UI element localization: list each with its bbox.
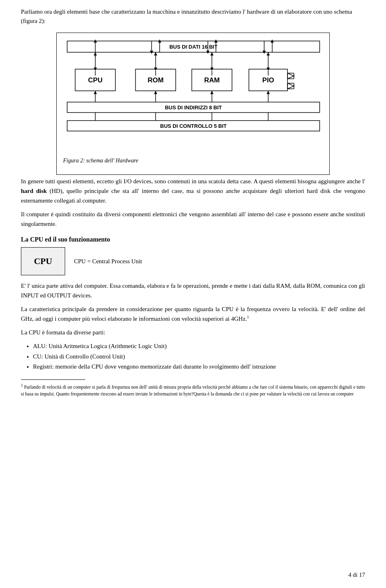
svg-text:PIO: PIO — [262, 76, 274, 84]
footnote-content: Parlando di velocità di un computer si p… — [21, 384, 365, 396]
svg-marker-53 — [210, 91, 214, 94]
svg-marker-31 — [267, 52, 270, 55]
svg-text:BUS DI DATI 16 BIT: BUS DI DATI 16 BIT — [169, 44, 218, 50]
list-item-alu: ALU: Unità Aritmetica Logica (Arithmetic… — [33, 341, 365, 352]
svg-marker-51 — [154, 91, 157, 94]
cpu-section-heading: La CPU ed il suo funzionamento — [21, 236, 365, 243]
svg-marker-27 — [210, 52, 214, 55]
intro-paragraph: Parliamo ora degli elementi base che car… — [21, 7, 365, 25]
footnote-text: 1 Parlando di velocità di un computer si… — [21, 382, 365, 397]
svg-text:RAM: RAM — [204, 76, 220, 84]
section2-text3: La CPU è formata da diverse parti: — [21, 328, 365, 337]
svg-marker-55 — [267, 91, 270, 94]
svg-marker-23 — [154, 52, 157, 55]
page-number: 4 di 17 — [348, 572, 365, 578]
diagram-container: BUS DI DATI 16 BIT CP — [21, 33, 365, 175]
svg-text:BUS DI INDIRIZZI 8 BIT: BUS DI INDIRIZZI 8 BIT — [165, 104, 222, 111]
footnote-divider — [21, 379, 85, 380]
cpu-callout-text: CPU = Central Process Unit — [74, 258, 142, 265]
svg-marker-40 — [287, 73, 294, 79]
hardware-diagram-svg: BUS DI DATI 16 BIT CP — [63, 37, 324, 154]
footnote-ref: 1 — [247, 315, 249, 319]
section2-text1: E' l' unica parte attiva del computer. E… — [21, 281, 365, 300]
list-item-cu: CU: Unità di Controllo (Control Unit) — [33, 352, 365, 362]
section2-text2: La caratteristica principale da prendere… — [21, 304, 365, 324]
section1-text1: In genere tutti questi elementi, eccetto… — [21, 176, 365, 205]
cpu-callout: CPU CPU = Central Process Unit — [21, 247, 365, 275]
svg-marker-49 — [94, 91, 97, 94]
section1-text2: Il computer é quindi costituito da diver… — [21, 209, 365, 229]
svg-text:ROM: ROM — [148, 76, 164, 84]
figure-caption: Figura 2: schema dell' Hardware — [63, 158, 323, 164]
cpu-box: CPU — [21, 247, 65, 275]
footnote-number: 1 — [21, 383, 23, 387]
svg-marker-41 — [287, 83, 294, 89]
svg-text:BUS DI CONTROLLO 5 BIT: BUS DI CONTROLLO 5 BIT — [160, 123, 226, 129]
list-item-registri: Registri: memorie della CPU dove vengono… — [33, 362, 365, 372]
cpu-parts-list: ALU: Unità Aritmetica Logica (Arithmetic… — [33, 341, 365, 372]
svg-text:CPU: CPU — [88, 76, 103, 84]
